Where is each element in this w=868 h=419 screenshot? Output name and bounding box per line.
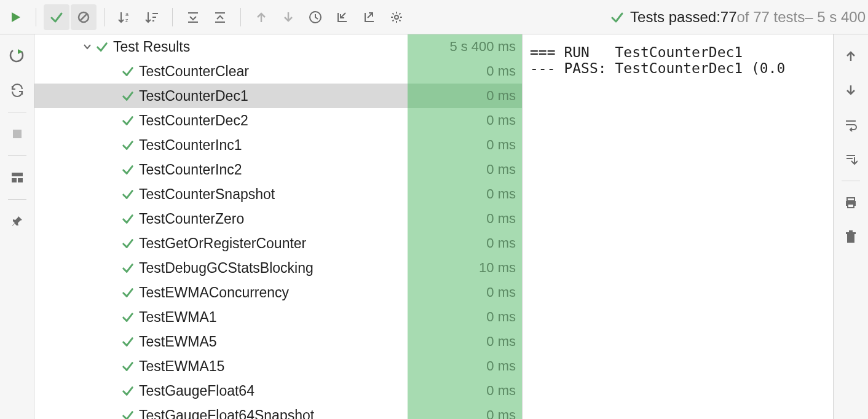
export-button[interactable]	[357, 4, 382, 30]
test-row[interactable]: TestCounterClear0 ms	[34, 59, 522, 84]
test-name: TestEWMA15	[139, 358, 224, 375]
test-tree[interactable]: Test Results 5 s 400 ms TestCounterClear…	[34, 34, 523, 419]
test-name: TestCounterZero	[139, 211, 244, 227]
test-row[interactable]: TestDebugGCStatsBlocking10 ms	[34, 256, 522, 280]
test-time: 0 ms	[486, 63, 522, 79]
test-name: TestCounterDec2	[139, 112, 248, 129]
toggle-auto-test-button[interactable]	[4, 77, 30, 103]
pass-icon	[122, 237, 134, 249]
separator	[8, 199, 26, 200]
pass-icon	[122, 385, 134, 397]
test-row[interactable]: TestGetOrRegisterCounter0 ms	[34, 231, 522, 256]
pin-button[interactable]	[4, 208, 30, 234]
test-time: 0 ms	[486, 211, 522, 227]
toolbar-left-group: az	[2, 4, 409, 30]
next-occurrence-button[interactable]	[838, 77, 864, 103]
layout-button[interactable]	[4, 165, 30, 190]
test-time: 0 ms	[486, 407, 522, 419]
test-name: TestCounterSnapshot	[139, 186, 275, 203]
separator	[8, 155, 26, 156]
left-rail	[0, 34, 34, 419]
test-name: TestGetOrRegisterCounter	[139, 235, 306, 252]
test-row[interactable]: TestGaugeFloat64Snapshot0 ms	[34, 403, 522, 419]
print-button[interactable]	[838, 190, 864, 216]
separator	[172, 8, 173, 26]
console-line: --- PASS: TestCounterDec1 (0.0	[530, 60, 785, 76]
svg-rect-36	[849, 230, 853, 232]
test-row[interactable]: TestEWMA10 ms	[34, 305, 522, 329]
test-row[interactable]: TestCounterInc20 ms	[34, 157, 522, 182]
svg-rect-33	[848, 204, 854, 208]
test-row[interactable]: TestCounterInc10 ms	[34, 133, 522, 157]
svg-rect-21	[13, 130, 22, 138]
test-time: 0 ms	[486, 137, 522, 153]
show-passed-toggle[interactable]	[44, 4, 69, 30]
pass-icon	[122, 213, 134, 225]
separator	[240, 8, 241, 26]
test-toolbar: az T	[0, 0, 868, 34]
test-row[interactable]: TestCounterDec10 ms	[34, 84, 522, 108]
test-name: TestEWMA5	[139, 334, 217, 350]
pass-icon	[122, 114, 134, 127]
sort-alpha-button[interactable]: az	[112, 4, 138, 30]
test-row[interactable]: TestCounterDec20 ms	[34, 108, 522, 133]
import-button[interactable]	[329, 4, 355, 30]
body: Test Results 5 s 400 ms TestCounterClear…	[0, 34, 868, 419]
test-name: TestCounterInc1	[139, 137, 242, 154]
next-failed-button[interactable]	[275, 4, 301, 30]
pass-icon	[96, 41, 108, 53]
tree-root-time: 5 s 400 ms	[449, 39, 522, 55]
tree-root-row[interactable]: Test Results 5 s 400 ms	[34, 34, 522, 59]
sort-duration-button[interactable]	[139, 4, 165, 30]
test-row[interactable]: TestCounterZero0 ms	[34, 206, 522, 231]
pass-icon	[122, 90, 134, 102]
svg-text:z: z	[125, 17, 128, 23]
test-name: TestEWMAConcurrency	[139, 284, 289, 301]
rerun-failed-button[interactable]	[4, 43, 30, 69]
test-row[interactable]: TestEWMAConcurrency0 ms	[34, 280, 522, 305]
separator	[104, 8, 105, 26]
prev-failed-button[interactable]	[248, 4, 274, 30]
svg-rect-24	[18, 178, 23, 182]
svg-rect-23	[12, 178, 17, 182]
test-name: TestCounterClear	[139, 63, 249, 80]
pass-icon	[122, 188, 134, 200]
show-ignored-toggle[interactable]	[71, 4, 97, 30]
soft-wrap-button[interactable]	[838, 112, 864, 138]
prev-occurrence-button[interactable]	[838, 43, 864, 69]
svg-rect-35	[846, 232, 856, 234]
scroll-to-end-button[interactable]	[838, 146, 864, 172]
test-time: 0 ms	[486, 235, 522, 251]
pass-icon	[122, 286, 134, 299]
chevron-down-icon[interactable]	[80, 42, 95, 51]
collapse-all-button[interactable]	[207, 4, 233, 30]
check-icon	[610, 10, 624, 24]
clear-button[interactable]	[838, 224, 864, 250]
test-row[interactable]: TestEWMA50 ms	[34, 329, 522, 354]
test-row[interactable]: TestEWMA150 ms	[34, 354, 522, 378]
pass-icon	[122, 139, 134, 151]
test-time: 0 ms	[486, 162, 522, 178]
test-row[interactable]: TestCounterSnapshot0 ms	[34, 182, 522, 206]
test-name: TestGaugeFloat64	[139, 383, 254, 399]
svg-line-17	[341, 13, 345, 18]
settings-button[interactable]	[384, 4, 409, 30]
test-name: TestDebugGCStatsBlocking	[139, 260, 314, 276]
expand-all-button[interactable]	[180, 4, 206, 30]
status-count: 77	[720, 9, 737, 26]
test-row[interactable]: TestGaugeFloat640 ms	[34, 378, 522, 403]
test-name: TestEWMA1	[139, 309, 217, 326]
pass-icon	[122, 262, 134, 274]
test-time: 0 ms	[486, 358, 522, 374]
svg-marker-0	[12, 12, 20, 22]
history-button[interactable]	[302, 4, 328, 30]
stop-button[interactable]	[4, 121, 30, 147]
svg-line-2	[80, 14, 87, 21]
test-name: TestGaugeFloat64Snapshot	[139, 407, 314, 420]
console-output[interactable]: === RUN TestCounterDec1 --- PASS: TestCo…	[523, 34, 834, 419]
test-time: 0 ms	[486, 88, 522, 104]
test-time: 0 ms	[486, 309, 522, 325]
separator	[8, 112, 26, 112]
run-button[interactable]	[2, 4, 28, 30]
pass-icon	[122, 409, 134, 419]
